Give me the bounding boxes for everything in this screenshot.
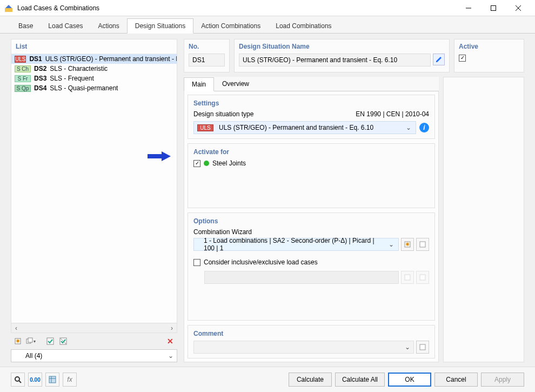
tab-design-situations[interactable]: Design Situations xyxy=(127,18,193,34)
list-filter-dropdown[interactable]: All (4) ⌄ xyxy=(11,349,177,362)
tab-actions[interactable]: Actions xyxy=(90,19,126,33)
wizard-dropdown[interactable]: 1 - Load combinations | SA2 - Second-ord… xyxy=(193,238,399,251)
main-tabs: Base Load Cases Actions Design Situation… xyxy=(0,16,535,34)
svg-rect-3 xyxy=(491,5,496,10)
svg-rect-10 xyxy=(28,338,32,342)
active-panel: Active xyxy=(454,39,524,72)
calculate-all-button[interactable]: Calculate All xyxy=(335,373,385,387)
chevron-down-icon: ⌄ xyxy=(404,124,413,131)
scroll-left-icon[interactable]: ‹ xyxy=(11,324,21,332)
badge-uls: ULS xyxy=(15,56,26,63)
settings-card: Settings Design situation type EN 1990 |… xyxy=(188,95,435,139)
pointer-arrow-icon xyxy=(148,150,171,162)
consider-field-disabled xyxy=(204,271,399,284)
svg-marker-1 xyxy=(5,5,12,8)
svg-rect-16 xyxy=(420,242,425,247)
delete-item-button[interactable]: ✕ xyxy=(164,335,176,347)
footer: 0.00 fx Calculate Calculate All OK Cance… xyxy=(0,367,535,392)
chevron-down-icon: ⌄ xyxy=(386,241,396,248)
ok-button[interactable]: OK xyxy=(388,373,431,387)
type-dropdown[interactable]: ULS ULS (STR/GEO) - Permanent and transi… xyxy=(193,121,416,134)
name-field[interactable]: ULS (STR/GEO) - Permanent and transient … xyxy=(239,54,431,67)
svg-rect-19 xyxy=(420,344,425,350)
window-title: Load Cases & Combinations xyxy=(17,4,456,12)
uncheck-all-button[interactable] xyxy=(57,335,69,347)
no-panel: No. DS1 xyxy=(184,39,230,72)
comment-dropdown[interactable]: ⌄ xyxy=(193,341,414,354)
wizard-edit-button[interactable] xyxy=(416,238,429,251)
fx-tool-button[interactable]: fx xyxy=(63,373,77,387)
consider-edit-button xyxy=(416,271,429,284)
apply-button[interactable]: Apply xyxy=(481,373,524,387)
edit-name-button[interactable] xyxy=(433,54,445,65)
svg-point-20 xyxy=(15,377,19,381)
close-button[interactable] xyxy=(506,0,531,16)
search-tool-button[interactable] xyxy=(11,373,25,387)
svg-rect-11 xyxy=(47,338,54,344)
svg-text:✷: ✷ xyxy=(405,241,410,248)
check-all-button[interactable] xyxy=(44,335,56,347)
list-row-ds4[interactable]: S Qp DS4 SLS - Quasi-permanent xyxy=(11,83,177,93)
consider-new-button xyxy=(401,271,414,284)
svg-text:✷: ✷ xyxy=(15,337,21,345)
detail-subtabs: Main Overview xyxy=(184,77,439,91)
list-row-ds3[interactable]: S Fr DS3 SLS - Frequent xyxy=(11,74,177,83)
tab-base[interactable]: Base xyxy=(11,19,41,33)
tab-load-combinations[interactable]: Load Combinations xyxy=(268,19,339,33)
svg-line-21 xyxy=(19,381,21,383)
titlebar: Load Cases & Combinations xyxy=(0,0,535,16)
svg-rect-17 xyxy=(405,275,410,280)
badge-sfr: S Fr xyxy=(15,75,31,82)
list-row-ds2[interactable]: S Ch DS2 SLS - Characteristic xyxy=(11,64,177,74)
list-hscroll[interactable]: ‹ › xyxy=(11,323,177,333)
tab-load-cases[interactable]: Load Cases xyxy=(41,19,90,33)
chevron-down-icon: ⌄ xyxy=(402,343,413,351)
consider-checkbox[interactable]: Consider inclusive/exclusive load cases xyxy=(193,258,318,266)
list-heading: List xyxy=(11,39,177,54)
type-label: Design situation type xyxy=(193,110,253,118)
comment-edit-button[interactable] xyxy=(416,341,429,354)
chevron-down-icon: ⌄ xyxy=(168,352,173,360)
svg-marker-6 xyxy=(148,151,171,161)
cancel-button[interactable]: Cancel xyxy=(434,373,478,387)
standard-label: EN 1990 | CEN | 2010-04 xyxy=(356,110,429,118)
name-panel: Design Situation Name ULS (STR/GEO) - Pe… xyxy=(234,39,450,72)
svg-rect-18 xyxy=(420,275,425,280)
no-field: DS1 xyxy=(189,54,225,67)
svg-rect-22 xyxy=(49,376,56,383)
copy-item-button[interactable]: ▾ xyxy=(25,335,37,347)
badge-sch: S Ch xyxy=(15,65,31,72)
scroll-right-icon[interactable]: › xyxy=(167,324,177,332)
activate-steel-joints[interactable]: Steel Joints xyxy=(193,160,246,167)
status-dot-icon xyxy=(204,161,209,166)
wizard-new-button[interactable]: ✷ xyxy=(401,238,414,251)
units-tool-button[interactable]: 0.00 xyxy=(28,373,42,387)
preview-panel xyxy=(443,77,524,362)
situation-list: List ULS DS1 ULS (STR/GEO) - Permanent a… xyxy=(11,39,177,333)
app-icon xyxy=(4,4,13,12)
comment-card: Comment ⌄ xyxy=(188,325,435,358)
svg-rect-0 xyxy=(5,8,12,12)
minimize-button[interactable] xyxy=(456,0,481,16)
maximize-button[interactable] xyxy=(481,0,506,16)
tab-action-combinations[interactable]: Action Combinations xyxy=(193,19,268,33)
active-checkbox[interactable] xyxy=(459,55,466,62)
options-card: Options Combination Wizard 1 - Load comb… xyxy=(188,212,435,321)
badge-sqp: S Qp xyxy=(15,85,31,92)
info-icon[interactable]: i xyxy=(419,123,429,132)
subtab-overview[interactable]: Overview xyxy=(214,77,257,91)
subtab-main[interactable]: Main xyxy=(184,77,214,91)
new-item-button[interactable]: ✷ xyxy=(12,335,24,347)
list-toolbar: ✷ ▾ ✕ xyxy=(11,333,177,349)
list-row-ds1[interactable]: ULS DS1 ULS (STR/GEO) - Permanent and tr… xyxy=(11,54,177,64)
table-tool-button[interactable] xyxy=(45,373,59,387)
calculate-button[interactable]: Calculate xyxy=(289,373,332,387)
activate-card: Activate for Steel Joints xyxy=(188,143,435,208)
wizard-label: Combination Wizard xyxy=(193,228,429,236)
